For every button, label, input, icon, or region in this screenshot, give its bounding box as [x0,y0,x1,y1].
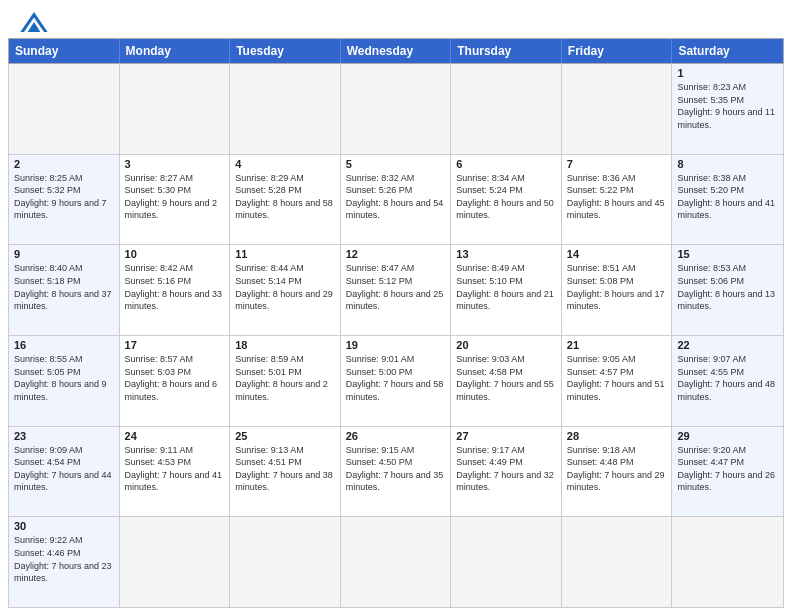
sun-info: Sunrise: 9:15 AM Sunset: 4:50 PM Dayligh… [346,444,446,494]
day-header: Thursday [451,39,562,63]
day-cell: 10Sunrise: 8:42 AM Sunset: 5:16 PM Dayli… [120,245,231,335]
header [0,0,792,38]
logo-icon [20,12,48,32]
day-header: Monday [120,39,231,63]
day-header: Friday [562,39,673,63]
week-row: 2Sunrise: 8:25 AM Sunset: 5:32 PM Daylig… [9,155,783,246]
day-number: 30 [14,520,114,532]
day-number: 28 [567,430,667,442]
sun-info: Sunrise: 8:40 AM Sunset: 5:18 PM Dayligh… [14,262,114,312]
sun-info: Sunrise: 8:32 AM Sunset: 5:26 PM Dayligh… [346,172,446,222]
day-cell: 29Sunrise: 9:20 AM Sunset: 4:47 PM Dayli… [672,427,783,517]
day-cell [672,517,783,607]
day-cell: 5Sunrise: 8:32 AM Sunset: 5:26 PM Daylig… [341,155,452,245]
day-cell [341,64,452,154]
day-header: Tuesday [230,39,341,63]
day-cell: 30Sunrise: 9:22 AM Sunset: 4:46 PM Dayli… [9,517,120,607]
day-number: 2 [14,158,114,170]
week-row: 23Sunrise: 9:09 AM Sunset: 4:54 PM Dayli… [9,427,783,518]
day-cell [451,64,562,154]
sun-info: Sunrise: 9:18 AM Sunset: 4:48 PM Dayligh… [567,444,667,494]
day-number: 14 [567,248,667,260]
week-row: 9Sunrise: 8:40 AM Sunset: 5:18 PM Daylig… [9,245,783,336]
sun-info: Sunrise: 9:22 AM Sunset: 4:46 PM Dayligh… [14,534,114,584]
sun-info: Sunrise: 8:29 AM Sunset: 5:28 PM Dayligh… [235,172,335,222]
day-cell: 8Sunrise: 8:38 AM Sunset: 5:20 PM Daylig… [672,155,783,245]
sun-info: Sunrise: 8:53 AM Sunset: 5:06 PM Dayligh… [677,262,778,312]
calendar: SundayMondayTuesdayWednesdayThursdayFrid… [0,38,792,612]
day-number: 8 [677,158,778,170]
day-cell: 19Sunrise: 9:01 AM Sunset: 5:00 PM Dayli… [341,336,452,426]
day-number: 16 [14,339,114,351]
day-cell [451,517,562,607]
day-cell: 22Sunrise: 9:07 AM Sunset: 4:55 PM Dayli… [672,336,783,426]
day-cell: 14Sunrise: 8:51 AM Sunset: 5:08 PM Dayli… [562,245,673,335]
sun-info: Sunrise: 8:25 AM Sunset: 5:32 PM Dayligh… [14,172,114,222]
day-number: 17 [125,339,225,351]
sun-info: Sunrise: 9:05 AM Sunset: 4:57 PM Dayligh… [567,353,667,403]
week-row: 30Sunrise: 9:22 AM Sunset: 4:46 PM Dayli… [9,517,783,607]
sun-info: Sunrise: 8:23 AM Sunset: 5:35 PM Dayligh… [677,81,778,131]
day-cell: 21Sunrise: 9:05 AM Sunset: 4:57 PM Dayli… [562,336,673,426]
day-number: 23 [14,430,114,442]
day-cell: 25Sunrise: 9:13 AM Sunset: 4:51 PM Dayli… [230,427,341,517]
day-number: 26 [346,430,446,442]
day-number: 11 [235,248,335,260]
day-number: 10 [125,248,225,260]
sun-info: Sunrise: 9:17 AM Sunset: 4:49 PM Dayligh… [456,444,556,494]
sun-info: Sunrise: 8:34 AM Sunset: 5:24 PM Dayligh… [456,172,556,222]
sun-info: Sunrise: 9:09 AM Sunset: 4:54 PM Dayligh… [14,444,114,494]
day-cell: 24Sunrise: 9:11 AM Sunset: 4:53 PM Dayli… [120,427,231,517]
day-number: 21 [567,339,667,351]
sun-info: Sunrise: 9:03 AM Sunset: 4:58 PM Dayligh… [456,353,556,403]
day-number: 1 [677,67,778,79]
day-cell: 17Sunrise: 8:57 AM Sunset: 5:03 PM Dayli… [120,336,231,426]
day-number: 4 [235,158,335,170]
day-cell [562,517,673,607]
day-number: 27 [456,430,556,442]
sun-info: Sunrise: 8:57 AM Sunset: 5:03 PM Dayligh… [125,353,225,403]
day-number: 25 [235,430,335,442]
sun-info: Sunrise: 8:51 AM Sunset: 5:08 PM Dayligh… [567,262,667,312]
day-cell: 6Sunrise: 8:34 AM Sunset: 5:24 PM Daylig… [451,155,562,245]
day-cell: 12Sunrise: 8:47 AM Sunset: 5:12 PM Dayli… [341,245,452,335]
day-cell [562,64,673,154]
day-cell: 7Sunrise: 8:36 AM Sunset: 5:22 PM Daylig… [562,155,673,245]
day-cell: 13Sunrise: 8:49 AM Sunset: 5:10 PM Dayli… [451,245,562,335]
sun-info: Sunrise: 8:36 AM Sunset: 5:22 PM Dayligh… [567,172,667,222]
day-cell: 4Sunrise: 8:29 AM Sunset: 5:28 PM Daylig… [230,155,341,245]
logo-text [16,12,50,32]
day-cell: 20Sunrise: 9:03 AM Sunset: 4:58 PM Dayli… [451,336,562,426]
day-number: 7 [567,158,667,170]
day-cell [120,517,231,607]
sun-info: Sunrise: 9:11 AM Sunset: 4:53 PM Dayligh… [125,444,225,494]
day-number: 15 [677,248,778,260]
week-row: 1Sunrise: 8:23 AM Sunset: 5:35 PM Daylig… [9,64,783,155]
day-cell: 23Sunrise: 9:09 AM Sunset: 4:54 PM Dayli… [9,427,120,517]
day-number: 13 [456,248,556,260]
sun-info: Sunrise: 9:20 AM Sunset: 4:47 PM Dayligh… [677,444,778,494]
day-cell: 11Sunrise: 8:44 AM Sunset: 5:14 PM Dayli… [230,245,341,335]
sun-info: Sunrise: 9:13 AM Sunset: 4:51 PM Dayligh… [235,444,335,494]
sun-info: Sunrise: 8:55 AM Sunset: 5:05 PM Dayligh… [14,353,114,403]
day-number: 24 [125,430,225,442]
day-cell [230,517,341,607]
day-number: 3 [125,158,225,170]
day-cell: 2Sunrise: 8:25 AM Sunset: 5:32 PM Daylig… [9,155,120,245]
day-number: 29 [677,430,778,442]
day-cell: 9Sunrise: 8:40 AM Sunset: 5:18 PM Daylig… [9,245,120,335]
day-number: 18 [235,339,335,351]
day-cell [230,64,341,154]
day-number: 5 [346,158,446,170]
sun-info: Sunrise: 9:01 AM Sunset: 5:00 PM Dayligh… [346,353,446,403]
sun-info: Sunrise: 8:27 AM Sunset: 5:30 PM Dayligh… [125,172,225,222]
day-number: 22 [677,339,778,351]
sun-info: Sunrise: 9:07 AM Sunset: 4:55 PM Dayligh… [677,353,778,403]
day-headers: SundayMondayTuesdayWednesdayThursdayFrid… [8,38,784,64]
day-number: 9 [14,248,114,260]
logo [16,12,50,32]
sun-info: Sunrise: 8:44 AM Sunset: 5:14 PM Dayligh… [235,262,335,312]
day-cell [341,517,452,607]
week-row: 16Sunrise: 8:55 AM Sunset: 5:05 PM Dayli… [9,336,783,427]
day-cell: 27Sunrise: 9:17 AM Sunset: 4:49 PM Dayli… [451,427,562,517]
